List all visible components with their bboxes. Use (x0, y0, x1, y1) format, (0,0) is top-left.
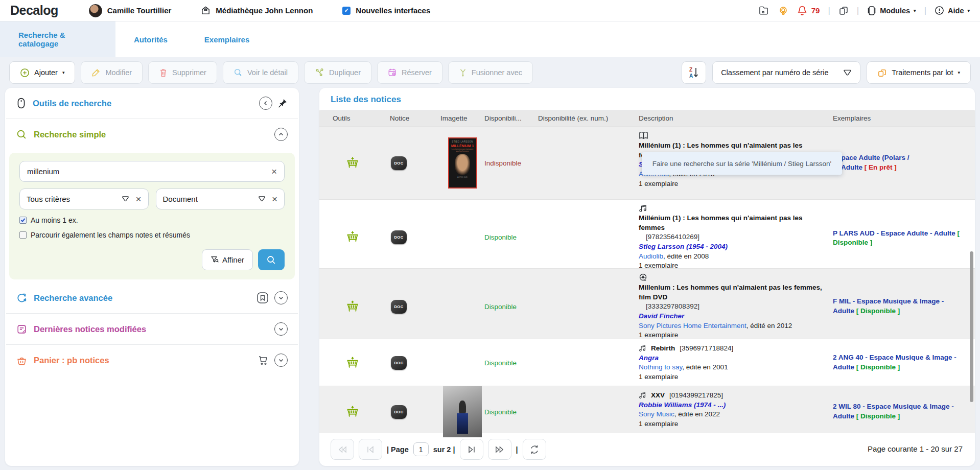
new-interfaces-toggle[interactable]: ✓ Nouvelles interfaces (342, 6, 430, 15)
refresh-button[interactable] (523, 439, 546, 460)
search-input[interactable] (27, 167, 271, 176)
supprimer-label: Supprimer (172, 68, 206, 77)
user-avatar[interactable] (89, 4, 102, 17)
basket-icon (16, 355, 27, 366)
add-to-cart-icon[interactable] (346, 156, 359, 170)
cover-art (459, 401, 466, 414)
add-to-cart-icon[interactable] (346, 356, 359, 370)
author-link[interactable]: Robbie Williams (1974 - ...) (639, 401, 726, 409)
next-page-button[interactable] (460, 439, 483, 460)
dernieres-notices-header[interactable]: Dernières notices modifiées (5, 314, 299, 344)
author-link[interactable]: David Fincher (639, 312, 684, 320)
doc-badge[interactable]: DOC (391, 156, 407, 170)
clear-search-icon[interactable]: × (271, 167, 277, 176)
reserver-button[interactable]: Réserver (377, 61, 442, 84)
col-disponibilite-num: Disponibilité (ex. num.) (538, 114, 639, 122)
dupliquer-button[interactable]: Dupliquer (304, 61, 371, 84)
voir-detail-button[interactable]: Voir le détail (223, 61, 298, 84)
magnifier-icon (234, 68, 243, 77)
book-cover-thumbnail[interactable]: STIEG LARSSON MILLÉNIUM 1 Les hommes qui… (448, 137, 477, 189)
plus-circle-icon (20, 68, 30, 78)
fusionner-label: Fusionner avec (472, 68, 522, 77)
publisher-link[interactable]: Nothing to say (639, 363, 682, 371)
expand-section-button[interactable] (274, 291, 288, 304)
doc-badge[interactable]: DOC (391, 230, 407, 244)
expand-section-button[interactable] (274, 322, 288, 336)
notice-title: Millénium (1) : Les hommes qui n'aimaien… (639, 214, 828, 232)
publisher-link[interactable]: Sony Pictures Home Entertainment (639, 322, 746, 330)
notifications[interactable]: 79 (797, 5, 820, 16)
cover-art (455, 154, 470, 175)
affiner-label: Affiner (222, 255, 244, 264)
rewind-pages-button[interactable] (331, 439, 354, 460)
doc-badge[interactable]: DOC (391, 356, 407, 370)
doc-badge[interactable]: DOC (391, 300, 407, 314)
bookmark-square-icon[interactable] (256, 291, 269, 304)
author-link[interactable]: Stieg Larsson (1954 - 2004) (639, 243, 728, 250)
assistance-icon[interactable] (778, 5, 789, 16)
panier-header[interactable]: Panier : pb notices (5, 345, 299, 375)
separator: | (924, 6, 926, 16)
collapse-section-button[interactable] (274, 128, 288, 141)
music-icon (639, 392, 646, 399)
library-menu[interactable]: Médiathèque John Lennon (201, 6, 313, 15)
user-menu[interactable]: Camille Tourtillier (89, 4, 172, 17)
list-title: Liste des notices (319, 88, 975, 110)
availability-num (538, 386, 639, 437)
fast-forward-pages-button[interactable] (488, 439, 511, 460)
notice-title: Rebirth (651, 344, 675, 354)
tab-exemplaires[interactable]: Exemplaires (186, 21, 268, 57)
music-icon (639, 204, 647, 213)
sort-button[interactable]: Z A (682, 61, 706, 84)
first-page-button[interactable] (359, 439, 382, 460)
author-link[interactable]: Angra (639, 354, 659, 362)
export-folder-icon[interactable] (759, 6, 769, 16)
exemplaire-link[interactable]: P LARS AUD - Espace Adulte - Adulte (833, 229, 955, 237)
scrollbar-thumb[interactable] (970, 251, 973, 402)
table-row: DOC Disponible Rebirth [3596971718824] A… (319, 339, 975, 386)
search-submit-button[interactable] (258, 249, 285, 270)
cart-icon[interactable] (257, 354, 269, 366)
help-menu[interactable]: Aide ▾ (935, 6, 970, 15)
table-header: Outils Notice Imagette Disponibili... Di… (319, 110, 975, 126)
affiner-button[interactable]: Affiner (202, 249, 253, 270)
svg-text:A: A (689, 73, 693, 79)
add-to-cart-icon[interactable] (346, 230, 359, 244)
pin-icon[interactable] (277, 98, 288, 108)
add-to-cart-icon[interactable] (346, 405, 359, 419)
exemplaire-status: [ Disponible ] (856, 412, 900, 420)
tab-recherche-catalogage[interactable]: Recherche & catalogage (0, 21, 115, 57)
add-to-cart-icon[interactable] (346, 300, 359, 314)
link-pages-icon[interactable] (838, 6, 849, 16)
fusionner-button[interactable]: Fusionner avec (448, 61, 533, 84)
description-cell: Millénium (1) : Les hommes qui n'aimaien… (639, 200, 833, 275)
modifier-button[interactable]: Modifier (81, 61, 143, 84)
clear-criteria-icon[interactable]: × (135, 194, 141, 204)
page-number-input[interactable] (413, 442, 429, 456)
exemplaire-status: [ En prêt ] (865, 163, 897, 171)
classement-select[interactable]: Classement par numéro de série (712, 61, 860, 84)
new-interfaces-label: Nouvelles interfaces (356, 6, 430, 15)
outils-de-recherche-header[interactable]: Outils de recherche (5, 88, 299, 119)
parcourir-checkbox[interactable] (19, 231, 27, 239)
traitements-par-lot-button[interactable]: Traitements par lot ▾ (867, 61, 971, 84)
ajouter-button[interactable]: Ajouter ▾ (9, 61, 75, 84)
doc-badge[interactable]: DOC (391, 405, 407, 419)
advanced-search-icon (16, 293, 27, 303)
tab-autorites[interactable]: Autorités (115, 21, 186, 57)
criteria-select[interactable]: Tous critères × (19, 189, 149, 209)
clear-doctype-icon[interactable]: × (272, 194, 277, 204)
supprimer-button[interactable]: Supprimer (148, 61, 217, 84)
availability-num (538, 200, 639, 275)
recherche-avancee-header[interactable]: Recherche avancée (5, 283, 299, 313)
checkbox-checked-icon[interactable]: ✓ (342, 7, 351, 15)
album-cover-thumbnail[interactable] (443, 386, 482, 437)
publisher-link[interactable]: Sony Music (639, 410, 674, 418)
recherche-simple-header[interactable]: Recherche simple (5, 119, 299, 150)
au-moins-checkbox[interactable] (19, 217, 27, 224)
doctype-select[interactable]: Document × (156, 189, 285, 209)
modules-menu[interactable]: Modules ▾ (867, 6, 916, 16)
expand-section-button[interactable] (274, 354, 288, 367)
collapse-panel-button[interactable] (259, 97, 272, 110)
publisher-link[interactable]: Audiolib (639, 252, 663, 260)
